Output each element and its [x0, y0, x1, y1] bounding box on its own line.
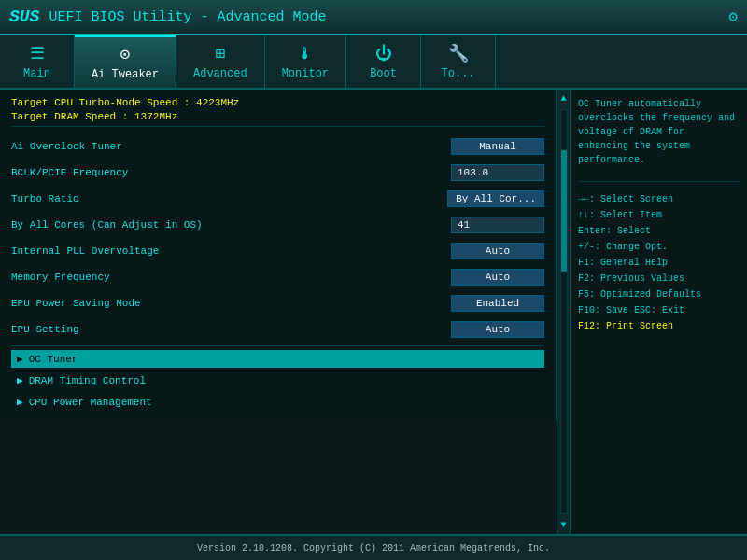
ai-overclock-value[interactable]: Manual [451, 138, 544, 155]
cpu-power-arrow: ▶ [17, 396, 23, 408]
epu-label: EPU Setting [11, 324, 291, 335]
tool-icon: 🔧 [448, 43, 469, 63]
top-bar: SUS UEFI BIOS Utility - Advanced Mode ⚙ [0, 0, 747, 35]
status-bar: Version 2.10.1208. Copyright (C) 2011 Am… [0, 534, 747, 560]
main-icon: ☰ [30, 43, 45, 63]
setting-turbo-ratio: Turbo Ratio By All Cor... [11, 189, 544, 209]
tab-tool[interactable]: 🔧 To... [421, 35, 496, 88]
epu-value[interactable]: Auto [451, 321, 544, 338]
submenu-dram-timing[interactable]: ▶ DRAM Timing Control [11, 371, 544, 389]
advanced-label: Advanced [193, 67, 247, 80]
all-cores-value[interactable]: 41 [451, 217, 544, 233]
bclk-label: BCLK/PCIE Frequency [11, 167, 291, 178]
tab-advanced[interactable]: ⊞ Advanced [176, 35, 265, 88]
settings-area: Target CPU Turbo-Mode Speed : 4223MHz Ta… [0, 90, 557, 534]
tab-bar: ☰ Main ⊙ Ai Tweaker ⊞ Advanced 🌡 Monitor… [0, 35, 747, 90]
memory-freq-label: Memory Frequency [11, 272, 291, 283]
scroll-down-button[interactable]: ▼ [558, 518, 568, 532]
shortcut-1: ↑↓: Select Item [578, 207, 740, 223]
tab-main[interactable]: ☰ Main [0, 35, 75, 88]
keyboard-shortcuts: →←: Select Screen ↑↓: Select Item Enter:… [578, 191, 740, 334]
setting-epu: EPU Setting Auto [11, 319, 544, 340]
bclk-value[interactable]: 103.0 [451, 164, 544, 181]
dram-speed-info: Target DRAM Speed : 1372MHz [11, 111, 544, 122]
scroll-indicator: ▲ ▼ [557, 90, 570, 534]
boot-label: Boot [370, 67, 397, 80]
brand-logo: SUS [9, 7, 39, 26]
right-panel: OC Tuner automatically overclocks the fr… [570, 90, 747, 534]
shortcut-2: Enter: Select [578, 223, 740, 239]
shortcut-4: F1: General Help [578, 255, 740, 271]
ai-overclock-label: Ai Overclock Tuner [11, 141, 291, 152]
turbo-ratio-value[interactable]: By All Cor... [447, 190, 544, 207]
setting-bclk: BCLK/PCIE Frequency 103.0 [11, 162, 544, 183]
monitor-icon: 🌡 [297, 44, 314, 63]
left-panel: Target CPU Turbo-Mode Speed : 4223MHz Ta… [0, 90, 557, 420]
pll-value[interactable]: Auto [451, 243, 544, 259]
center-area: Target CPU Turbo-Mode Speed : 4223MHz Ta… [0, 90, 570, 534]
cpu-speed-info: Target CPU Turbo-Mode Speed : 4223MHz [11, 97, 544, 108]
oc-tuner-label: OC Tuner [29, 354, 78, 365]
shortcut-6: F5: Optimized Defaults [578, 287, 740, 302]
main-content: Target CPU Turbo-Mode Speed : 4223MHz Ta… [0, 90, 747, 534]
title: UEFI BIOS Utility - Advanced Mode [49, 9, 326, 25]
setting-all-cores: By All Cores (Can Adjust in OS) 41 [11, 215, 544, 235]
setting-pll: Internal PLL Overvoltage Auto [11, 241, 544, 261]
monitor-label: Monitor [282, 67, 329, 80]
top-bar-icons: ⚙ [728, 7, 738, 26]
ai-tweaker-icon: ⊙ [120, 44, 131, 64]
shortcut-7: F10: Save ESC: Exit [578, 302, 740, 318]
cpu-power-label: CPU Power Management [29, 397, 152, 408]
shortcut-8: F12: Print Screen [578, 318, 740, 334]
turbo-ratio-label: Turbo Ratio [11, 193, 291, 204]
divider2 [11, 345, 544, 346]
submenu-oc-tuner[interactable]: ▶ OC Tuner [11, 350, 544, 368]
setting-memory-freq: Memory Frequency Auto [11, 267, 544, 287]
scroll-up-button[interactable]: ▲ [558, 91, 568, 105]
setting-ai-overclock: Ai Overclock Tuner Manual [11, 136, 544, 157]
shortcut-0: →←: Select Screen [578, 191, 740, 207]
boot-icon: ⏻ [375, 44, 392, 63]
advanced-icon: ⊞ [215, 43, 225, 63]
settings-icon[interactable]: ⚙ [728, 7, 738, 26]
main-label: Main [23, 67, 50, 80]
memory-freq-value[interactable]: Auto [451, 269, 544, 286]
dram-timing-label: DRAM Timing Control [29, 375, 146, 386]
all-cores-label: By All Cores (Can Adjust in OS) [11, 219, 291, 231]
divider1 [11, 126, 544, 127]
help-text: OC Tuner automatically overclocks the fr… [578, 97, 740, 167]
help-divider [578, 181, 740, 182]
pll-label: Internal PLL Overvoltage [11, 245, 291, 257]
status-text: Version 2.10.1208. Copyright (C) 2011 Am… [197, 543, 550, 553]
tool-label: To... [442, 67, 475, 80]
dram-arrow: ▶ [17, 374, 23, 386]
setting-epu-power: EPU Power Saving Mode Enabled [11, 293, 544, 314]
settings-list: Ai Overclock Tuner Manual BCLK/PCIE Freq… [11, 136, 544, 340]
shortcut-5: F2: Previous Values [578, 271, 740, 287]
scroll-thumb[interactable] [561, 150, 567, 272]
scroll-track [560, 109, 568, 514]
submenu-cpu-power[interactable]: ▶ CPU Power Management [11, 393, 544, 411]
oc-tuner-arrow: ▶ [17, 353, 23, 365]
tab-monitor[interactable]: 🌡 Monitor [265, 35, 346, 88]
ai-tweaker-label: Ai Tweaker [92, 68, 159, 81]
epu-power-value[interactable]: Enabled [451, 295, 544, 312]
epu-power-label: EPU Power Saving Mode [11, 298, 291, 309]
shortcut-3: +/-: Change Opt. [578, 239, 740, 255]
tab-ai-tweaker[interactable]: ⊙ Ai Tweaker [75, 35, 176, 88]
tab-boot[interactable]: ⏻ Boot [346, 35, 421, 88]
